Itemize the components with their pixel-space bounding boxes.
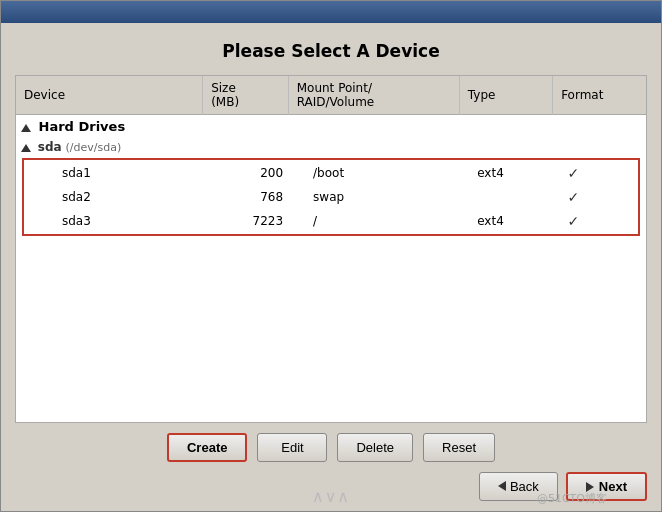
title-bar — [1, 1, 661, 23]
sda1-size: 200 — [205, 162, 291, 184]
sda-name: sda — [38, 140, 62, 154]
back-label: Back — [510, 479, 539, 494]
sda1-format: ✓ — [548, 162, 636, 184]
sda2-size: 768 — [205, 186, 291, 208]
sda2-type — [457, 186, 545, 208]
header-device: Device — [16, 76, 203, 115]
partition-outline: sda1 200 /boot ext4 ✓ sda2 768 swap — [22, 158, 640, 236]
sda3-size: 7223 — [205, 210, 291, 232]
logo: ∧∨∧ — [312, 487, 350, 506]
sda3-format: ✓ — [548, 210, 636, 232]
section-hard-drives: Hard Drives — [16, 115, 646, 139]
sda3-mount: / — [293, 210, 455, 232]
sda-expand-icon — [21, 144, 31, 152]
action-buttons: Create Edit Delete Reset — [15, 433, 647, 462]
expand-icon — [21, 124, 31, 132]
sda1-name: sda1 — [26, 162, 203, 184]
sda2-format: ✓ — [548, 186, 636, 208]
sda2-name: sda2 — [26, 186, 203, 208]
delete-button[interactable]: Delete — [337, 433, 413, 462]
sda3-checkmark: ✓ — [568, 213, 580, 229]
partition-sda1[interactable]: sda1 200 /boot ext4 ✓ — [26, 162, 636, 184]
table-header-row: Device Size(MB) Mount Point/RAID/Volume … — [16, 76, 646, 115]
create-button[interactable]: Create — [167, 433, 247, 462]
header-format: Format — [553, 76, 646, 115]
sda1-type: ext4 — [457, 162, 545, 184]
section-label: Hard Drives — [39, 119, 126, 134]
device-table-container: Device Size(MB) Mount Point/RAID/Volume … — [15, 75, 647, 423]
reset-button[interactable]: Reset — [423, 433, 495, 462]
sda3-type: ext4 — [457, 210, 545, 232]
back-arrow-icon — [498, 481, 506, 491]
sda2-mount: swap — [293, 186, 455, 208]
sda-path: (/dev/sda) — [66, 141, 122, 154]
sda1-checkmark: ✓ — [568, 165, 580, 181]
partition-sda2[interactable]: sda2 768 swap ✓ — [26, 186, 636, 208]
page-title: Please Select A Device — [1, 23, 661, 75]
header-size: Size(MB) — [203, 76, 289, 115]
partition-sda3[interactable]: sda3 7223 / ext4 ✓ — [26, 210, 636, 232]
content-area: Please Select A Device Device Size(MB) M… — [1, 23, 661, 511]
partition-table: sda1 200 /boot ext4 ✓ sda2 768 swap — [24, 160, 638, 234]
next-arrow-icon — [586, 482, 594, 492]
header-type: Type — [459, 76, 552, 115]
edit-button[interactable]: Edit — [257, 433, 327, 462]
header-mount: Mount Point/RAID/Volume — [288, 76, 459, 115]
main-window: Please Select A Device Device Size(MB) M… — [0, 0, 662, 512]
device-sda[interactable]: sda (/dev/sda) — [16, 138, 646, 156]
watermark: @51CTO博客 — [537, 491, 607, 506]
sda1-mount: /boot — [293, 162, 455, 184]
sda2-checkmark: ✓ — [568, 189, 580, 205]
device-table: Device Size(MB) Mount Point/RAID/Volume … — [16, 76, 646, 156]
sda3-name: sda3 — [26, 210, 203, 232]
